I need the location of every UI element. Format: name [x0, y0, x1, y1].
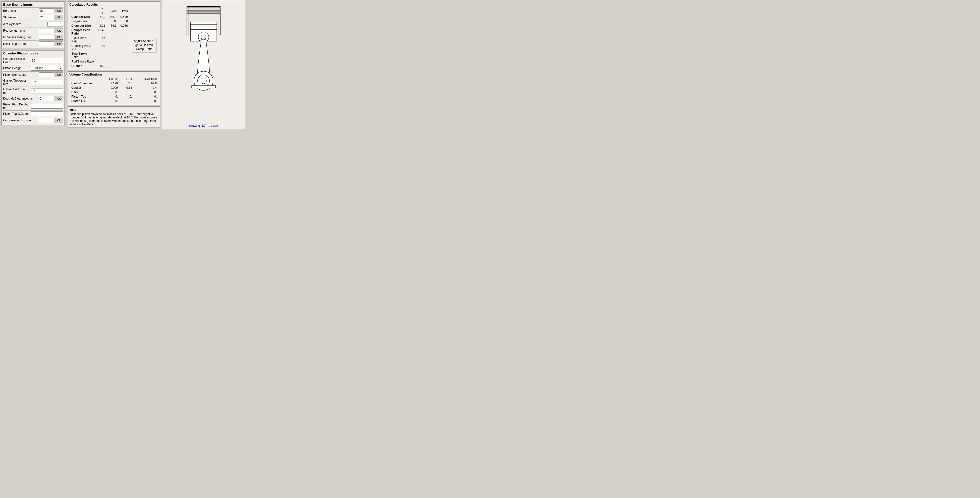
input-row-piston_design: Piston DesignFlat TopDomeDish — [3, 65, 63, 72]
calc-row: Cranking Pres, PSIna — [69, 44, 130, 51]
vol-row: Head Chamber2.19636.99.6 — [69, 81, 159, 86]
field-cylinders[interactable] — [47, 22, 63, 27]
volume-section: Volume Contributions Cu. In.CCs% of Tota… — [68, 72, 161, 105]
help-title: Help — [70, 108, 158, 111]
input-row-piston_ring: Piston Ring Depth, mm — [3, 102, 63, 110]
label-deck_height: Deck Height, mm — [3, 42, 39, 46]
calc-row: Engine Size0.0..0 — [69, 19, 130, 24]
right-panel: Drawing NOT to scale — [162, 0, 245, 129]
label-bore: Bore, mm — [3, 9, 39, 13]
svg-rect-25 — [191, 86, 216, 88]
label-chamber_ccs: Chamber CCs in Head — [3, 57, 31, 64]
help-section: Help Distance piston stays below block's… — [68, 107, 161, 128]
field-chamber_ccs[interactable] — [31, 58, 63, 63]
svg-point-24 — [200, 78, 206, 84]
calc-results-section: Calculated Results Cu. In.CCsLiters Cyli… — [68, 2, 161, 70]
volume-title: Volume Contributions — [69, 73, 159, 76]
input-row-piston_top_od: Piston Top O.D., mm — [3, 110, 63, 117]
input-row-bore: Bore, mmClc — [3, 7, 63, 14]
chamber-title: Chamber/Piston Inputs — [3, 51, 63, 55]
label-piston_dome: Piston Dome, ccs — [3, 73, 39, 76]
calc-row: Chamber Size2.2136.10.036 — [69, 24, 130, 28]
field-deck_height[interactable] — [39, 41, 54, 46]
calc-results-title: Calculated Results — [69, 3, 159, 6]
chamber-inputs-container: Chamber CCs in HeadPiston DesignFlat Top… — [3, 56, 63, 124]
field-gasket_thickness[interactable] — [31, 80, 63, 85]
base-engine-section: Base Engine Inputs Bore, mmClcStroke, mm… — [2, 2, 65, 49]
label-comp_ht: Compression Ht, mm — [3, 119, 39, 122]
input-row-gasket_thickness: Gasket Thickness, mm — [3, 78, 63, 87]
left-panel: Base Engine Inputs Bore, mmClcStroke, mm… — [0, 0, 66, 129]
svg-point-20 — [201, 35, 206, 40]
label-int_valve: Int Valve Closing, deg — [3, 35, 39, 39]
field-comp_ht[interactable] — [39, 118, 54, 123]
field-int_valve[interactable] — [39, 35, 54, 40]
label-stroke: Stroke, mm — [3, 16, 39, 19]
clc-btn-int_valve[interactable]: Clc — [55, 35, 63, 40]
calc-row: Dyn. Comp. Rationa — [69, 36, 130, 44]
chamber-section: Chamber/Piston Inputs Chamber CCs in Hea… — [2, 50, 65, 125]
select-piston_design[interactable]: Flat TopDomeDish — [31, 66, 63, 71]
input-row-piston_dome: Piston Dome, ccsClc — [3, 72, 63, 78]
label-rod_length: Rod Length, mm — [3, 29, 39, 32]
svg-point-21 — [200, 39, 207, 43]
vol-row: Gasket0.0090.140.4 — [69, 86, 159, 90]
input-row-rod_length: Rod Length, mmClc — [3, 27, 63, 34]
svg-rect-12 — [219, 6, 221, 35]
clc-btn-rod_length[interactable]: Clc — [55, 28, 63, 33]
vol-col-header: CCs — [120, 77, 134, 81]
clc-btn-piston_dome[interactable]: Clc — [55, 72, 63, 77]
volume-table: Cu. In.CCs% of Total Head Chamber2.19636… — [69, 77, 159, 103]
label-piston_top_od: Piston Top O.D., mm — [3, 112, 31, 116]
label-deck_ht: Deck Ht Clearance, mm — [3, 97, 39, 100]
input-row-comp_ht: Compression Ht, mmClc — [3, 117, 63, 124]
label-piston_ring: Piston Ring Depth, mm — [3, 103, 31, 110]
calc-row: Compression Ratio13.42 — [69, 28, 130, 36]
help-text: Distance piston stays below block's deck… — [70, 112, 158, 126]
input-row-deck_height: Deck Height, mmClc — [3, 40, 63, 47]
vol-row: Piston O.D.0.0.0. — [69, 99, 159, 103]
clc-btn-deck_height[interactable]: Clc — [55, 41, 63, 46]
field-piston_dome[interactable] — [39, 72, 54, 77]
middle-panel: Calculated Results Cu. In.CCsLiters Cyli… — [66, 0, 162, 129]
drawing-label: Drawing NOT to scale — [189, 124, 218, 127]
input-row-cylinders: # of Cylinders — [3, 21, 63, 27]
vol-col-header: % of Total — [134, 77, 159, 81]
label-gasket_bore: Gasket Bore Dia, mm — [3, 88, 31, 94]
base-inputs-container: Bore, mmClcStroke, mmClc# of CylindersRo… — [3, 7, 63, 47]
clc-btn-deck_ht[interactable]: Clc — [55, 96, 63, 101]
vol-row: Piston Top0.0.0. — [69, 94, 159, 99]
calc-row: Bore/Stroke Ratio — [69, 51, 130, 59]
field-bore[interactable] — [39, 8, 54, 13]
clc-btn-bore[interactable]: Clc — [55, 8, 63, 13]
adjust-specs-box: Adjust Specs toget a DesiredComp. Ratio — [132, 38, 156, 53]
field-rod_length[interactable] — [39, 28, 54, 33]
input-row-stroke: Stroke, mmClc — [3, 14, 63, 21]
col-header-cuin: Cu. In. — [96, 7, 107, 15]
base-engine-title: Base Engine Inputs — [3, 3, 63, 6]
field-stroke[interactable] — [39, 15, 54, 20]
svg-rect-11 — [187, 6, 188, 35]
field-gasket_bore[interactable] — [31, 89, 63, 94]
vol-row: Deck0.0.0. — [69, 90, 159, 94]
field-deck_ht[interactable] — [39, 96, 54, 101]
svg-rect-13 — [188, 6, 219, 21]
calc-row: Cylinder Size27.39448.90.449 — [69, 15, 130, 19]
field-piston_top_od[interactable] — [31, 111, 63, 116]
col-header-ccs: CCs — [107, 7, 118, 15]
col-header-liters: Liters — [118, 7, 130, 15]
input-row-deck_ht: Deck Ht Clearance, mmClc — [3, 95, 63, 102]
input-row-int_valve: Int Valve Closing, degClc — [3, 34, 63, 40]
clc-btn-stroke[interactable]: Clc — [55, 15, 63, 20]
calc-row: Rod/Stroke Ratio — [69, 59, 130, 64]
piston-svg — [177, 2, 231, 107]
vol-col-header: Cu. In. — [101, 77, 120, 81]
label-cylinders: # of Cylinders — [3, 22, 47, 26]
input-row-gasket_bore: Gasket Bore Dia, mm — [3, 87, 63, 95]
field-piston_ring[interactable] — [31, 104, 63, 109]
piston-drawing — [177, 2, 231, 108]
calc-row: Quench.020 — [69, 64, 130, 68]
clc-btn-comp_ht[interactable]: Clc — [55, 118, 63, 123]
results-table: Cu. In.CCsLiters Cylinder Size27.39448.9… — [69, 7, 130, 68]
input-row-chamber_ccs: Chamber CCs in Head — [3, 56, 63, 65]
